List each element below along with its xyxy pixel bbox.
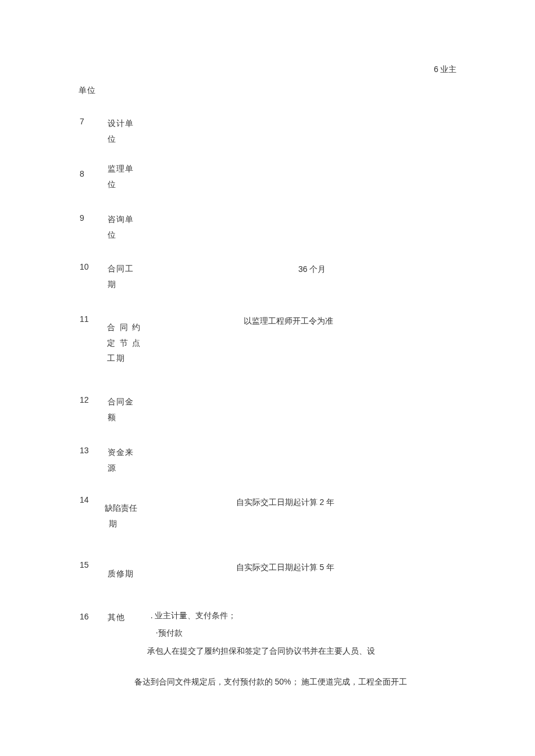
row-value-14-post: 年 [324,498,334,507]
other-line-2: ·预付款 [156,626,183,642]
row-label-9: 咨询单 位 [108,212,134,243]
row-label-12: 合同金 额 [108,395,134,425]
other-line-1: . 业主计量、支付条件； [151,608,236,624]
row-label-13: 资金来 源 [108,445,134,476]
row-num-8: 8 [80,169,84,178]
row-value-10: 36 个月 [298,261,326,278]
row-label-14: 缺陷责任 期 [105,501,137,532]
row-num-7: 7 [80,117,84,126]
header-num: 6 [434,65,438,74]
row-value-15-post: 年 [324,563,334,572]
row-label-16: 其他 [108,610,125,626]
other-line-4: 备达到合同文件规定后，支付预付款的 50%； 施工便道完成，工程全面开工 [134,674,407,690]
row-label-15: 质修期 [108,567,134,582]
row-value-10-num: 36 [298,264,308,274]
row-label-8: 监理单 位 [108,162,134,192]
row-num-10: 10 [80,262,89,271]
row-value-11: 以监理工程师开工令为准 [244,314,333,329]
row-value-15-pre: 自实际交工日期起计算 [236,563,320,572]
row-label-7: 设计单 位 [108,116,134,147]
header-right: 6 业主 [434,65,456,75]
other-line-4-num: 50% [275,677,291,686]
other-line-4b: ； 施工便道完成，工程全面开工 [291,678,408,686]
row-value-10-post: 个月 [308,265,326,274]
header-text: 业主 [438,65,457,74]
row-num-16: 16 [80,612,89,621]
row-value-14-pre: 自实际交工日期起计算 [236,498,320,507]
row-num-15: 15 [80,560,89,569]
other-line-3: 承包人在提交了履约担保和签定了合同协议书并在主要人员、设 [147,644,375,660]
document-page: 6 业主 单位 7 设计单 位 8 监理单 位 9 咨询单 位 10 合同工 期… [0,0,535,756]
row-value-15: 自实际交工日期起计算 5 年 [236,560,334,576]
row-label-10: 合同工 期 [108,261,134,292]
row-value-14: 自实际交工日期起计算 2 年 [236,495,334,511]
row-num-14: 14 [80,495,89,504]
row-num-11: 11 [80,314,89,324]
other-line-4a: 备达到合同文件规定后，支付预付款的 [134,678,275,686]
row-label-11: 合 同 约 定 节 点 工期 [107,320,141,367]
header-unit: 单位 [79,83,96,99]
row-num-12: 12 [80,395,89,404]
row-num-9: 9 [80,213,84,223]
row-num-13: 13 [80,446,89,455]
